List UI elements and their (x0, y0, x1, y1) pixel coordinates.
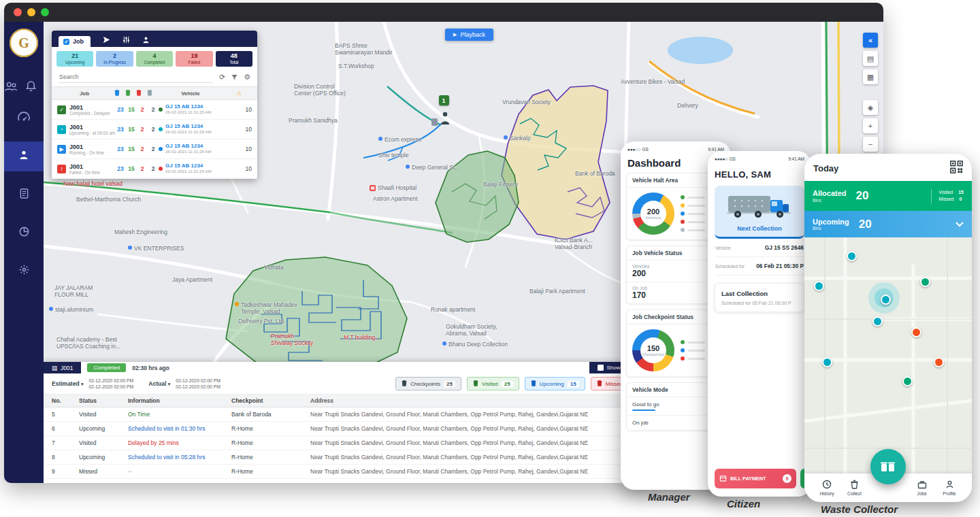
sidebar-item-dashboard[interactable] (4, 103, 44, 133)
bin-marker[interactable] (847, 251, 857, 261)
collect-fab-button[interactable] (870, 449, 906, 484)
checkbox-icon[interactable] (598, 365, 604, 371)
chevron-down-icon[interactable] (956, 222, 964, 227)
job-row[interactable]: ◔J001Upcoming - at 09:00 am231522GJ 15 A… (52, 120, 257, 139)
refresh-icon[interactable]: ⟳ (219, 73, 225, 82)
qr-scan-icon[interactable] (950, 161, 963, 176)
table-row[interactable]: 8UpcomingScheduled to visit in 05:28 hrs… (44, 450, 637, 465)
send-icon[interactable] (103, 36, 110, 44)
job-detail-header: ▤ J001 Completed 02:30 hrs ago Show De (44, 362, 637, 373)
table-row[interactable]: 6UpcomingScheduled to visit in 01:30 hrs… (44, 422, 637, 436)
last-collection-card[interactable]: Last Collection Scheduled for 05 Feb 21 … (715, 283, 804, 312)
bill-payment-button[interactable]: BILL PAYMENT 9 (715, 469, 796, 488)
notifications-icon[interactable] (26, 80, 36, 95)
sliders-icon[interactable] (122, 36, 130, 44)
info-cell: Delayed by 25 mins (128, 439, 231, 446)
analytics-icon (18, 226, 30, 240)
zoom-in-button[interactable]: + (863, 118, 878, 133)
job-row[interactable]: ▶J001Running - On time231522GJ 15 AB 123… (52, 139, 257, 159)
collector-map[interactable] (804, 237, 972, 477)
sidebar-item-tracking[interactable] (4, 141, 44, 171)
allocated-bins-banner[interactable]: Allocated Bins 20 Visited15 Missed0 (804, 181, 972, 211)
users-icon[interactable] (4, 80, 18, 95)
vehicle-marker[interactable]: 1 (430, 95, 457, 105)
chip-checkpoints[interactable]: Checkpoints25 (395, 377, 461, 390)
vehicle-dot (159, 147, 163, 151)
vehicle-cell: GJ 15 AB 123426-02-2021 11:31:25 AM (159, 163, 229, 174)
total-count: 10 (229, 106, 252, 113)
nav-collect[interactable]: Collect (842, 480, 868, 496)
bin-marker[interactable] (902, 376, 913, 386)
legend-item (681, 212, 705, 216)
table-row[interactable]: 7VisitedDelayed by 25 minsR-HomeNear Tru… (44, 436, 637, 450)
upcoming-bins-banner[interactable]: Upcoming Bins 20 (804, 211, 972, 237)
search-input[interactable] (59, 71, 213, 83)
collapse-panel-button[interactable]: « (863, 33, 878, 48)
job-row[interactable]: ✓J001Completed - Delayed231522GJ 15 AB 1… (52, 100, 257, 120)
nav-profile[interactable]: Profile (936, 480, 962, 496)
job-row[interactable]: !J001Failed - On time231522GJ 15 AB 1234… (52, 159, 257, 179)
filter-icon[interactable] (231, 74, 238, 80)
actual-label[interactable]: Actual ▾ (148, 380, 170, 387)
bin-marker[interactable] (814, 281, 824, 291)
vehicle-dot (159, 167, 163, 171)
bin-marker[interactable] (911, 327, 921, 337)
dashboard-icon (17, 111, 31, 126)
screen: G (0, 0, 980, 517)
chip-visited[interactable]: Visited25 (467, 377, 519, 390)
table-row[interactable]: 9Missed--R-HomeNear Trupti Snacks Gandev… (44, 465, 637, 479)
estimated-label[interactable]: Estimated ▾ (52, 380, 84, 387)
nav-jobs[interactable]: Jobs (909, 480, 935, 496)
estimated-times: 02-12-2020 02:00 PM02-12-2020 02:00 PM (89, 378, 134, 390)
checkbox-icon[interactable]: ✓ (63, 39, 69, 45)
count: 15 (126, 165, 137, 172)
job-name: J001Completed - Delayed (66, 104, 115, 116)
titlebar (4, 3, 883, 22)
halt-donut-chart: 200 Vehicle(s) (632, 193, 674, 235)
stat-completed[interactable]: 4Completed (136, 51, 173, 67)
nav-history[interactable]: History (814, 480, 840, 496)
stat-total[interactable]: 48Total (216, 51, 252, 67)
bin-marker[interactable] (920, 277, 930, 287)
playback-button[interactable]: ▶ Playback (445, 29, 493, 41)
zoom-window-button[interactable] (41, 8, 49, 16)
failed-icon: ! (57, 165, 66, 173)
bin-marker[interactable] (881, 295, 891, 305)
card-view-button[interactable]: ▤ (863, 51, 878, 66)
locate-button[interactable]: ◈ (863, 100, 878, 115)
gear-icon[interactable]: ⚙ (244, 73, 250, 82)
minimize-window-button[interactable] (27, 8, 35, 16)
stat-in-progress[interactable]: 2In-Progress (96, 51, 133, 67)
zoom-out-button[interactable]: − (863, 137, 878, 152)
job-table-header: Job Vehicle ⚠ (52, 86, 257, 100)
chip-upcoming[interactable]: Upcoming15 (525, 377, 585, 390)
table-row[interactable]: 5VisitedOn TimeBank of BarodaNear Trupti… (44, 407, 637, 422)
address-cell: Near Trupti Snacks Gandevi, Ground Floor… (310, 425, 629, 432)
tab-job[interactable]: ✓ Job (59, 36, 91, 47)
collector-phone: Today Allocated Bins 20 Visited15 Missed… (804, 154, 972, 502)
bin-icon (136, 89, 142, 97)
card-icon (719, 475, 727, 482)
garbage-truck-icon (725, 192, 794, 220)
upcoming-icon: ◔ (57, 125, 66, 134)
total-count: 10 (229, 146, 252, 152)
transit-layer-button[interactable]: ▦ (863, 69, 878, 84)
bin-marker[interactable] (822, 357, 832, 367)
stat-upcoming[interactable]: 21Upcoming (56, 51, 93, 67)
driver-icon[interactable] (142, 36, 150, 44)
close-window-button[interactable] (14, 8, 22, 16)
bin-marker[interactable] (934, 357, 944, 367)
sidebar-item-reports[interactable] (4, 180, 44, 210)
tab-job-id[interactable]: ▤ J001 (44, 362, 81, 373)
legend-item (681, 195, 705, 199)
sidebar-item-settings[interactable] (4, 256, 44, 286)
logo-letter: G (18, 35, 29, 51)
profile-icon (945, 480, 954, 490)
next-collection-card[interactable]: Next Collection (715, 186, 804, 239)
sidebar-item-analytics[interactable] (4, 218, 44, 248)
address-cell: Near Trupti Snacks Gandevi, Ground Floor… (310, 454, 629, 461)
stat-failed[interactable]: 19Failed (176, 51, 212, 67)
info-cell: Scheduled to visit in 01:30 hrs (128, 425, 231, 432)
bin-marker[interactable] (872, 316, 883, 327)
warning-icon: ⚠ (226, 90, 252, 97)
